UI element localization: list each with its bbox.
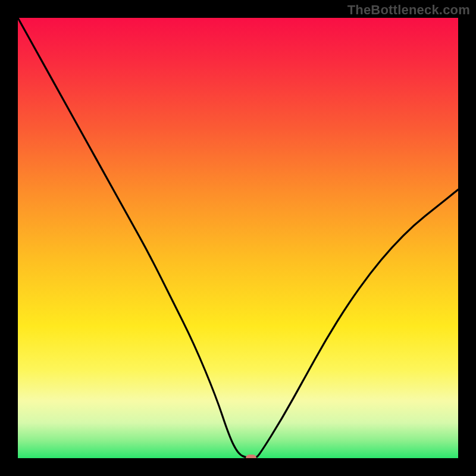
curve-path [18,18,458,458]
bottleneck-curve [18,18,458,458]
chart-frame: TheBottleneck.com [0,0,476,476]
attribution-text: TheBottleneck.com [347,2,470,18]
plot-area [18,18,458,458]
optimal-point-marker [246,455,256,458]
